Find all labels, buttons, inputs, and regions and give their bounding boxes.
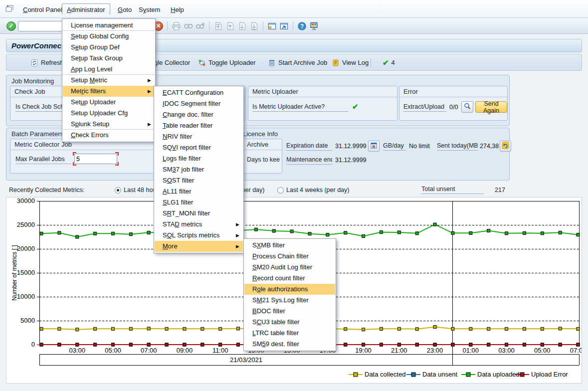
find-next-icon[interactable] xyxy=(195,21,205,31)
extract-upload-label: Extract/Upload xyxy=(403,103,446,112)
svg-text:Number of metrics [ ]: Number of metrics [ ] xyxy=(11,245,18,300)
menu-item-sm59-dest-filter[interactable]: SM59 dest. filter xyxy=(244,339,335,350)
toggle-uploader-icon xyxy=(198,59,206,67)
button-label: View Log xyxy=(342,59,369,66)
panel-title: Metric Uploader xyxy=(252,88,298,95)
extract-upload-value: 0/0 xyxy=(449,104,458,111)
button-label: Start Archive Job xyxy=(278,59,327,66)
menu-item-sqvi-report-filter[interactable]: SQVI report filter xyxy=(155,142,243,153)
svg-text:25000: 25000 xyxy=(17,221,35,228)
menu-item-splunk-setup[interactable]: Splunk Setup▶ xyxy=(63,119,155,130)
max-parallel-jobs-input[interactable] xyxy=(74,154,117,164)
radio-label[interactable]: Last 4 weeks (per day) xyxy=(286,187,349,194)
svg-text:07:00: 07:00 xyxy=(141,347,157,354)
menu-item-table-reader-filter[interactable]: Table reader filter xyxy=(155,120,243,131)
menubar-item-administrator[interactable]: Administrator xyxy=(62,3,110,15)
metric-uploader-panel: Metric Uploader Is Metric Uploader Activ… xyxy=(248,86,397,121)
menubar-item-system[interactable]: System xyxy=(134,3,165,15)
menu-item-setup-metric[interactable]: Setup Metric▶ xyxy=(63,75,155,86)
sap-screen-icon[interactable] xyxy=(5,4,14,12)
menu-item-setup-group-def[interactable]: Setup Group Def xyxy=(63,42,155,53)
find-icon[interactable] xyxy=(183,21,194,31)
gb-per-day-label: GB/day xyxy=(383,142,406,151)
group-title: Batch Parameters xyxy=(11,130,63,138)
previous-page-icon[interactable] xyxy=(225,21,235,31)
submenu-arrow-icon: ▶ xyxy=(236,241,239,252)
menubar-item-goto[interactable]: Goto xyxy=(113,3,137,15)
svg-text:20000: 20000 xyxy=(17,245,35,252)
toolbar-separator xyxy=(263,21,263,30)
first-page-icon[interactable] xyxy=(213,21,223,31)
enter-icon[interactable]: ✓ xyxy=(6,21,16,31)
svg-text:07:00: 07:00 xyxy=(570,347,582,354)
menu-item-setup-uploader-cfg[interactable]: Setup Uploader Cfg xyxy=(63,108,155,119)
expiration-date-value: 31.12.9999 xyxy=(335,143,367,150)
menu-item-stad-metrics[interactable]: STAD metrics▶ xyxy=(155,219,243,230)
print-icon[interactable] xyxy=(171,21,182,31)
selection-corner xyxy=(73,152,76,156)
panel-divider xyxy=(399,97,507,97)
menu-item-ecatt-configuration[interactable]: ECATT Configuration xyxy=(155,87,243,98)
maintenance-end-label: Maintenance end xyxy=(286,156,332,165)
menu-item-setup-global-config[interactable]: Setup Global Config xyxy=(63,31,155,42)
menu-item-sm20-audit-log-filter[interactable]: SM20 Audit Log filter xyxy=(244,262,335,273)
more-submenu: SXMB filterProcess Chain filterSM20 Audi… xyxy=(243,238,336,351)
new-session-icon[interactable] xyxy=(267,21,277,31)
powerconnect-window: Control PanelAdministratorGotoSystemHelp… xyxy=(0,0,588,391)
menu-item-setup-task-group[interactable]: Setup Task Group xyxy=(63,53,155,64)
selection-corner xyxy=(115,162,119,166)
svg-text:05:00: 05:00 xyxy=(105,347,121,354)
sent-today-value: 274,38 xyxy=(480,143,499,150)
menu-item-al11-filter[interactable]: AL11 filter xyxy=(155,186,243,197)
create-shortcut-icon[interactable] xyxy=(279,21,289,31)
resend-button[interactable] xyxy=(500,141,511,152)
max-parallel-jobs-label: Max Parallel Jobs xyxy=(15,156,71,164)
menubar-item-control-panel[interactable]: Control Panel xyxy=(18,3,67,15)
menu-item-ltrc-table-filter[interactable]: LTRC table filter xyxy=(244,328,335,339)
submenu-arrow-icon: ▶ xyxy=(148,75,151,86)
svg-text:Upload Error: Upload Error xyxy=(531,371,568,378)
menu-item-nriv-filter[interactable]: NRIV filter xyxy=(155,131,243,142)
svg-text:21:00: 21:00 xyxy=(391,347,407,354)
last-page-icon[interactable] xyxy=(249,21,259,31)
menu-item-change-doc-filter[interactable]: Change doc. filter xyxy=(155,109,243,120)
radio-last-48-hours[interactable] xyxy=(115,187,121,194)
menu-item-setup-uploader[interactable]: Setup Uploader xyxy=(63,97,155,108)
view-log-button[interactable]: View Log xyxy=(329,57,372,68)
menu-item-idoc-segment-filter[interactable]: IDOC Segment filter xyxy=(155,98,243,109)
menu-item-bdoc-filter[interactable]: BDOC filter xyxy=(244,306,335,317)
menu-item-sxmb-filter[interactable]: SXMB filter xyxy=(244,240,335,251)
menu-item-metric-filters[interactable]: Metric filters▶ xyxy=(63,86,155,97)
customize-layout-icon[interactable] xyxy=(309,21,319,31)
menu-item-scu3-table-filter[interactable]: SCU3 table filter xyxy=(244,317,335,328)
menu-item-license-management[interactable]: License management xyxy=(63,20,155,31)
menu-item-srt-moni-filter[interactable]: SRT_MONI filter xyxy=(155,208,243,219)
toggle-uploader-button[interactable]: Toggle Uploader xyxy=(195,57,259,68)
submenu-arrow-icon: ▶ xyxy=(148,119,151,130)
menu-item-app-log-level[interactable]: App Log Level xyxy=(63,64,155,75)
menu-item-sm21-sys-log-filter[interactable]: SM21 Sys.Log filter xyxy=(244,295,335,306)
menu-item-sm37-job-filter[interactable]: SM37 job filter xyxy=(155,164,243,175)
toolbar-separator xyxy=(167,21,168,30)
calendar-button[interactable] xyxy=(368,141,380,152)
start-archive-job-button[interactable]: Start Archive Job xyxy=(265,57,330,68)
menu-item-sost-filter[interactable]: SOST filter xyxy=(155,175,243,186)
menu-item-process-chain-filter[interactable]: Process Chain filter xyxy=(244,251,335,262)
send-again-button[interactable]: Send Again xyxy=(475,101,507,113)
view-log-icon xyxy=(332,59,340,67)
svg-text:Data collected: Data collected xyxy=(365,371,405,378)
next-page-icon[interactable] xyxy=(237,21,247,31)
menu-item-slg1-filter[interactable]: SLG1 filter xyxy=(155,197,243,208)
menubar-item-help[interactable]: Help xyxy=(166,3,189,15)
green-check-icon: ✔ xyxy=(383,59,389,66)
error-detail-button[interactable] xyxy=(461,101,473,113)
menu-item-logs-file-filter[interactable]: Logs file filter xyxy=(155,153,243,164)
help-icon[interactable]: ? xyxy=(297,21,307,31)
days-to-keep-label: Days to keep xyxy=(247,156,280,165)
menu-item-sql-scripts-metrics[interactable]: SQL Scripts metrics▶ xyxy=(155,230,243,241)
menu-item-role-authorizations[interactable]: Role authorizations xyxy=(244,284,335,295)
radio-last-4-weeks-per-day-[interactable] xyxy=(277,187,284,194)
menu-item-check-errors[interactable]: Check Errors xyxy=(63,130,155,141)
menu-item-more[interactable]: More▶ xyxy=(155,241,243,252)
menu-item-record-count-filter[interactable]: Record count filter xyxy=(244,273,335,284)
